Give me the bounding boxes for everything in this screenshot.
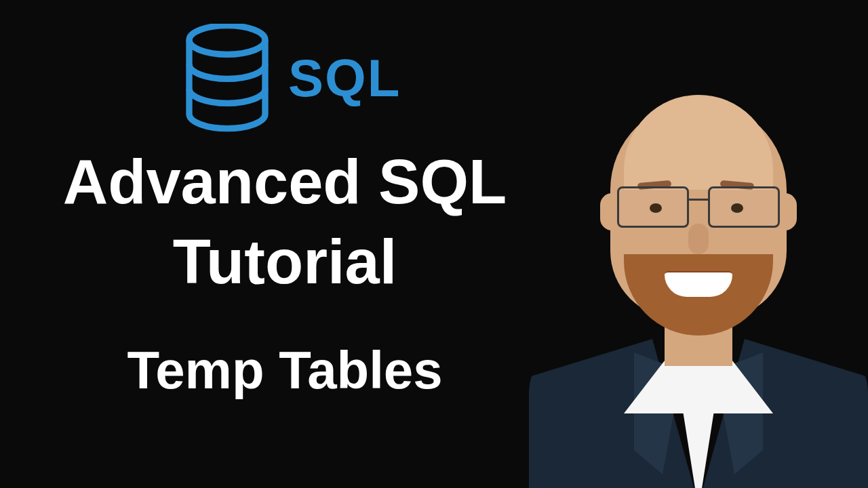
database-icon xyxy=(180,24,275,132)
title-line-1: Advanced SQL xyxy=(37,142,532,222)
sql-logo: SQL xyxy=(180,24,401,132)
svg-point-0 xyxy=(189,26,265,55)
subtitle: Temp Tables xyxy=(37,340,532,401)
sql-logo-text: SQL xyxy=(288,47,401,109)
title-block: Advanced SQL Tutorial Temp Tables xyxy=(37,142,532,401)
presenter-portrait xyxy=(529,81,868,488)
title-line-2: Tutorial xyxy=(37,222,532,302)
